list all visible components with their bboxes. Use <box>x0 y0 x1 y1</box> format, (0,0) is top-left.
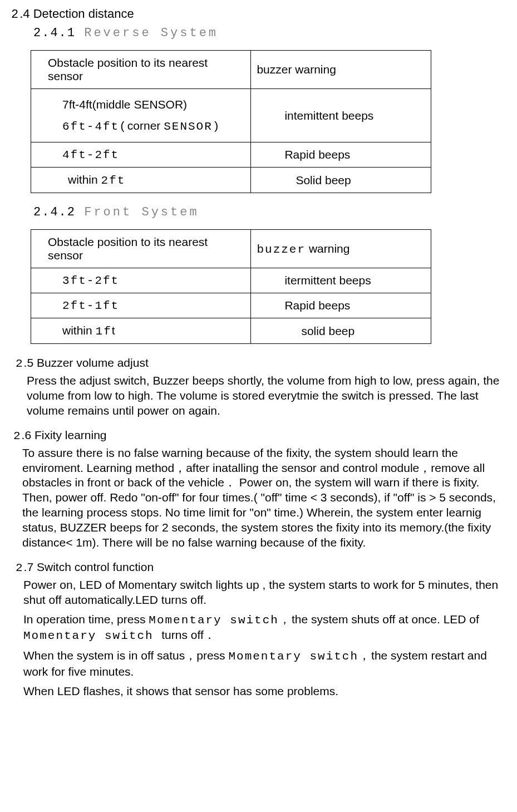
header-cell: buzzer warning <box>251 230 431 268</box>
num-2-6: 2 <box>13 430 22 442</box>
header-cell: buzzer warning <box>251 51 431 89</box>
mono-text: SENSOR) <box>164 120 220 133</box>
num-2-4-2: 2.4.2 <box>33 205 76 219</box>
table-reverse-system: Obstacle position to its nearest sensor … <box>31 50 431 193</box>
text: warning <box>306 242 349 255</box>
para-2-7-3: When the system is in off satus，press Mo… <box>23 648 506 680</box>
num-2-7: 2 <box>16 562 24 574</box>
title-2-6: .6 Fixity learning <box>22 429 107 441</box>
cell: 4ft-2ft <box>31 142 251 168</box>
cell: Rapid beeps <box>251 293 431 318</box>
table-front-system: Obstacle position to its nearest sensor … <box>31 229 431 344</box>
title-2-4-2: Front System <box>84 205 199 219</box>
cell: Rapid beeps <box>251 142 431 168</box>
cell: 3ft-2ft <box>31 268 251 293</box>
title-2-4: .4 Detection distance <box>19 7 134 21</box>
heading-2-4: 2.4 Detection distance <box>11 7 506 22</box>
table-row: 7ft-4ft(middle SENSOR) 6ft-4ft(corner SE… <box>31 89 431 142</box>
para-2-7-2: In operation time, press Momentary switc… <box>23 612 506 644</box>
cell: within 1ft <box>31 318 251 344</box>
text: within <box>62 324 96 337</box>
cell: 2ft-1ft <box>31 293 251 318</box>
heading-2-7: 2.7 Switch control function <box>16 560 506 574</box>
text: ． <box>224 476 236 489</box>
para-2-5: Press the adjust switch, Buzzer beeps sh… <box>27 373 506 419</box>
mono-text: 2ft <box>101 174 126 187</box>
table-row: Obstacle position to its nearest sensor … <box>31 230 431 268</box>
title-2-5: .5 Buzzer volume adjust <box>24 356 149 369</box>
table-row: Obstacle position to its nearest sensor … <box>31 51 431 89</box>
text: the system shuts off at once. LED of <box>292 613 479 626</box>
cell: intemittent beeps <box>251 89 431 142</box>
line: 7ft-4ft(middle SENSOR) <box>62 98 243 111</box>
mono-text: 1f <box>96 325 112 338</box>
text: t <box>112 324 115 337</box>
text: corner <box>127 119 164 132</box>
heading-2-4-1: 2.4.1 Reverse System <box>33 26 506 40</box>
table-row: within 1ft solid beep <box>31 318 431 344</box>
title-2-4-1: Reverse System <box>84 26 218 40</box>
cell: 7ft-4ft(middle SENSOR) 6ft-4ft(corner SE… <box>31 89 251 142</box>
mono-text: Momentary switch， <box>149 614 292 627</box>
table-row: 2ft-1ft Rapid beeps <box>31 293 431 318</box>
table-row: within 2ft Solid beep <box>31 168 431 193</box>
header-cell: Obstacle position to its nearest sensor <box>31 230 251 268</box>
text: When the system is in off satus，press <box>23 649 228 662</box>
title-2-7: .7 Switch control function <box>24 560 154 573</box>
heading-2-4-2: 2.4.2 Front System <box>33 205 506 219</box>
text: In operation time, press <box>23 613 149 626</box>
mono-text: 6ft-4ft( <box>62 120 127 133</box>
text: within <box>68 173 101 186</box>
para-2-7-1: Power on, LED of Momentary switch lights… <box>23 578 506 608</box>
header-cell: Obstacle position to its nearest sensor <box>31 51 251 89</box>
mono-text: Momentary switch <box>23 629 161 642</box>
para-2-6: To assure there is no false warning beca… <box>22 446 506 550</box>
cell: solid beep <box>251 318 431 344</box>
mono-text: Momentary switch， <box>228 650 371 663</box>
mono-text: buzzer <box>257 243 306 256</box>
num-2-5: 2 <box>16 357 24 370</box>
heading-2-5: 2.5 Buzzer volume adjust <box>16 356 506 370</box>
text: turns off． <box>161 628 215 641</box>
table-row: 4ft-2ft Rapid beeps <box>31 142 431 168</box>
num-2-4: 2 <box>11 8 19 22</box>
cell: within 2ft <box>31 168 251 193</box>
table-row: 3ft-2ft itermittent beeps <box>31 268 431 293</box>
heading-2-6: 2.6 Fixity learning <box>13 429 506 442</box>
line: 6ft-4ft(corner SENSOR) <box>62 119 243 133</box>
cell: Solid beep <box>251 168 431 193</box>
cell: itermittent beeps <box>251 268 431 293</box>
num-2-4-1: 2.4.1 <box>33 26 76 40</box>
para-2-7-4: When LED flashes, it shows that sensor h… <box>23 684 506 699</box>
